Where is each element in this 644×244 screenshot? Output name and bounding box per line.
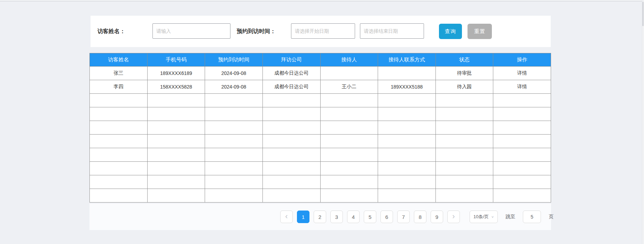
page-size-value: 10条/页 <box>473 214 489 220</box>
empty-cell-receptionist-contact <box>378 121 436 135</box>
empty-cell-visitor-name <box>90 148 148 162</box>
empty-cell-receptionist <box>320 162 378 175</box>
cell-receptionist <box>320 67 378 80</box>
empty-cell-receptionist-contact <box>378 135 436 148</box>
empty-cell-receptionist <box>320 121 378 135</box>
jump-page-input[interactable] <box>523 211 541 223</box>
browser-top-edge <box>0 0 644 1</box>
page-button-8[interactable]: 8 <box>414 211 426 223</box>
cell-status: 待审批 <box>435 67 493 80</box>
page-button-4[interactable]: 4 <box>347 211 360 223</box>
cell-action: 详情 <box>493 67 551 80</box>
empty-cell-status <box>435 175 493 189</box>
empty-table-row <box>90 121 551 135</box>
empty-cell-phone <box>147 189 205 203</box>
reset-button[interactable]: 重置 <box>468 24 492 39</box>
page-button-7[interactable]: 7 <box>397 211 410 223</box>
empty-table-row <box>90 189 551 203</box>
empty-cell-receptionist-contact <box>378 189 436 203</box>
table-row: 张三189XXXX61892024-09-08成都今日达公司待审批详情 <box>90 67 551 80</box>
empty-cell-visitor-name <box>90 162 148 175</box>
empty-table-row <box>90 175 551 189</box>
detail-link[interactable]: 详情 <box>517 70 527 76</box>
chevron-down-icon: ∨ <box>491 215 494 219</box>
cell-company: 成都今日达公司 <box>262 67 320 80</box>
empty-cell-phone <box>147 107 205 121</box>
empty-table-row <box>90 135 551 148</box>
cell-receptionist: 王小二 <box>320 80 378 94</box>
empty-cell-phone <box>147 135 205 148</box>
empty-cell-action <box>493 175 551 189</box>
pagination: ‹ 123456789 › 10条/页 ∨ 跳至 页 <box>280 211 553 223</box>
empty-table-row <box>90 162 551 175</box>
page-button-6[interactable]: 6 <box>380 211 393 223</box>
empty-table-row <box>90 148 551 162</box>
visit-time-label: 预约到访时间： <box>237 28 276 35</box>
cell-phone: 189XXXX6189 <box>147 67 205 80</box>
start-date-input[interactable] <box>291 23 355 39</box>
column-header-receptionist: 接待人 <box>320 53 378 67</box>
cell-visitor-name: 张三 <box>90 67 148 80</box>
column-header-visit-time: 预约到访时间 <box>205 53 263 67</box>
page-button-3[interactable]: 3 <box>330 211 343 223</box>
empty-cell-receptionist-contact <box>378 162 436 175</box>
empty-cell-receptionist-contact <box>378 148 436 162</box>
empty-cell-company <box>262 121 320 135</box>
page-size-select[interactable]: 10条/页 ∨ <box>470 211 498 223</box>
empty-cell-visit-time <box>205 148 263 162</box>
page-button-9[interactable]: 9 <box>431 211 443 223</box>
empty-cell-action <box>493 94 551 107</box>
empty-table-row <box>90 94 551 107</box>
query-button[interactable]: 查询 <box>439 24 462 39</box>
column-header-action: 操作 <box>493 53 551 67</box>
page-buttons: 123456789 <box>297 211 443 223</box>
empty-cell-visitor-name <box>90 107 148 121</box>
scrollbar-thumb[interactable] <box>642 2 644 26</box>
empty-cell-action <box>493 121 551 135</box>
page-button-2[interactable]: 2 <box>314 211 326 223</box>
empty-cell-action <box>493 135 551 148</box>
page-button-5[interactable]: 5 <box>364 211 376 223</box>
column-header-status: 状态 <box>435 53 493 67</box>
empty-cell-visit-time <box>205 175 263 189</box>
empty-cell-visitor-name <box>90 94 148 107</box>
next-page-button[interactable]: › <box>447 211 460 223</box>
prev-page-button[interactable]: ‹ <box>280 211 293 223</box>
cell-status: 待入园 <box>435 80 493 94</box>
empty-cell-visitor-name <box>90 135 148 148</box>
visitor-table-head: 访客姓名手机号码预约到访时间拜访公司接待人接待人联系方式状态操作 <box>90 53 551 67</box>
empty-cell-status <box>435 189 493 203</box>
empty-cell-receptionist <box>320 94 378 107</box>
column-header-visitor-name: 访客姓名 <box>90 53 148 67</box>
empty-cell-phone <box>147 94 205 107</box>
cell-action: 详情 <box>493 80 551 94</box>
visitor-table: 访客姓名手机号码预约到访时间拜访公司接待人接待人联系方式状态操作 张三189XX… <box>89 53 551 203</box>
jump-to-label: 跳至 <box>505 214 515 220</box>
empty-cell-receptionist <box>320 135 378 148</box>
column-header-receptionist-contact: 接待人联系方式 <box>378 53 436 67</box>
empty-cell-visit-time <box>205 135 263 148</box>
empty-cell-visit-time <box>205 107 263 121</box>
empty-cell-action <box>493 148 551 162</box>
empty-cell-receptionist <box>320 175 378 189</box>
empty-cell-company <box>262 135 320 148</box>
empty-cell-visit-time <box>205 121 263 135</box>
end-date-input[interactable] <box>360 23 424 39</box>
scrollbar[interactable] <box>642 0 644 244</box>
empty-cell-company <box>262 94 320 107</box>
column-header-phone: 手机号码 <box>147 53 205 67</box>
empty-cell-receptionist <box>320 148 378 162</box>
cell-visit-time: 2024-09-08 <box>205 80 263 94</box>
detail-link[interactable]: 详情 <box>517 84 527 89</box>
empty-table-row <box>90 107 551 121</box>
visitor-name-input[interactable] <box>152 23 230 39</box>
empty-cell-visit-time <box>205 94 263 107</box>
empty-cell-phone <box>147 148 205 162</box>
page-button-1[interactable]: 1 <box>297 211 309 223</box>
empty-cell-company <box>262 175 320 189</box>
empty-cell-phone <box>147 175 205 189</box>
empty-cell-receptionist-contact <box>378 175 436 189</box>
empty-cell-company <box>262 148 320 162</box>
empty-cell-company <box>262 189 320 203</box>
empty-cell-receptionist <box>320 189 378 203</box>
